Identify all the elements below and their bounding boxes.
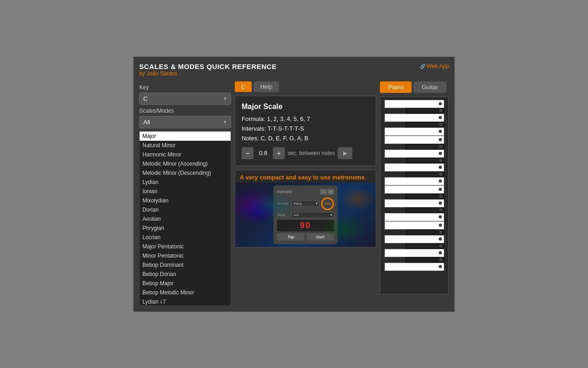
filter-select[interactable]: All Major Minor Modes Pentatonic Bebop O…	[139, 116, 231, 128]
piano-key-16[interactable]	[384, 213, 444, 221]
piano-key-4[interactable]	[384, 127, 444, 136]
scale-list-item-phrygian[interactable]: Phrygian	[140, 224, 231, 233]
piano-key-11[interactable]	[384, 177, 444, 185]
piano-key-5[interactable]	[384, 136, 444, 144]
piano-key-21[interactable]	[384, 249, 444, 257]
playback-controls: − 0.8 + sec. between notes ▶	[242, 147, 369, 159]
piano-key-dot-12	[439, 188, 442, 191]
scale-list-item-aeolian[interactable]: Aeolian	[140, 214, 231, 224]
piano-key-14[interactable]	[384, 199, 444, 207]
key-select-wrapper: C C#/Db D D#/Eb E F F#/Gb G G#/Ab A A#/B…	[139, 92, 231, 105]
scale-list-item-major[interactable]: Major	[140, 132, 231, 141]
scales-list: MajorNatural MinorHarmonic MinorMelodic …	[139, 131, 231, 306]
piano-key-12[interactable]	[384, 185, 444, 194]
piano-key-10[interactable]	[406, 172, 445, 177]
piano-key-23[interactable]	[384, 263, 444, 271]
piano-key-dot-20	[439, 244, 442, 247]
piano-key-17[interactable]	[384, 221, 444, 230]
scale-list-item-lydian-b7[interactable]: Lydian ♭7	[140, 297, 231, 306]
scale-list-item-melodic-minor-desc[interactable]: Melodic Minor (Descending)	[140, 168, 231, 178]
piano-key-7[interactable]	[384, 150, 444, 158]
piano-key-6[interactable]	[406, 144, 445, 150]
piano-key-2[interactable]	[384, 114, 444, 122]
scale-list-item-ionian[interactable]: Ionian	[140, 187, 231, 196]
scale-info-box: Major Scale Formula: 1, 2, 3, 4, 5, 6, 7…	[235, 96, 376, 166]
speed-minus-button[interactable]: −	[242, 147, 254, 159]
piano-key-dot-16	[439, 215, 442, 218]
scale-list-item-melodic-minor-asc[interactable]: Melodic Minor (Ascending)	[140, 159, 231, 168]
left-panel: Key C C#/Db D D#/Eb E F F#/Gb G G#/Ab A …	[139, 81, 231, 306]
center-panel: C Help Major Scale Formula: 1, 2, 3, 4, …	[235, 81, 376, 306]
piano-key-13[interactable]	[406, 194, 445, 199]
scale-name: Major Scale	[242, 103, 369, 111]
intervals-value: T-T-S-T-T-T-S	[267, 125, 304, 132]
key-select[interactable]: C C#/Db D D#/Eb E F F#/Gb G G#/Ab A A#/B…	[139, 92, 231, 105]
metronome-promo: A very compact and easy to use metronome…	[235, 170, 376, 247]
piano-key-dot-3	[439, 123, 442, 126]
piano-key-dot-23	[439, 265, 442, 268]
scale-list-item-bebop-melodic-minor[interactable]: Bebop Melodic Minor	[140, 288, 231, 297]
piano-key-dot-2	[439, 116, 442, 119]
web-app-link[interactable]: Web App	[420, 63, 449, 69]
scale-list-item-bebop-major[interactable]: Bebop Major	[140, 279, 231, 288]
right-panel: Piano Guitar	[380, 81, 449, 306]
piano-key-dot-11	[439, 179, 442, 183]
notes-row: Notes: C, D, E, F, G, A, B	[242, 135, 369, 142]
piano-key-0[interactable]	[384, 100, 444, 108]
piano-key-dot-14	[439, 201, 442, 205]
piano-tab-piano[interactable]: Piano	[380, 81, 412, 93]
promo-image: metrobit - × Sound Easy ▾	[235, 183, 376, 247]
piano-key-dot-5	[439, 138, 442, 141]
piano-key-3[interactable]	[406, 122, 445, 127]
piano-key-8[interactable]	[406, 158, 445, 163]
piano-visual	[384, 100, 444, 291]
tab-c[interactable]: C	[235, 81, 252, 92]
piano-tab-guitar[interactable]: Guitar	[413, 81, 446, 93]
header-left: SCALES & MODES QUICK REFERENCE by João S…	[139, 63, 277, 77]
piano-key-dot-9	[439, 166, 442, 169]
piano-container	[380, 97, 449, 294]
scale-list-item-harmonic-minor[interactable]: Harmonic Minor	[140, 150, 231, 159]
main-layout: Key C C#/Db D D#/Eb E F F#/Gb G G#/Ab A …	[139, 81, 449, 306]
app-header: SCALES & MODES QUICK REFERENCE by João S…	[139, 63, 449, 77]
piano-key-dot-22	[439, 258, 442, 261]
author-name: João Santos	[147, 70, 177, 77]
scale-list-item-major-pentatonic[interactable]: Major Pentatonic	[140, 242, 231, 251]
filter-select-wrapper: All Major Minor Modes Pentatonic Bebop O…	[139, 116, 231, 128]
piano-key-20[interactable]	[406, 243, 445, 249]
header-right: Web App	[420, 63, 449, 69]
scale-list-item-bebop-dominant[interactable]: Bebop Dominant	[140, 260, 231, 270]
scale-list-item-bebop-dorian[interactable]: Bebop Dorian	[140, 270, 231, 279]
speed-value: 0.8	[256, 150, 270, 156]
scales-label: Scales/Modes	[139, 108, 231, 114]
piano-key-dot-19	[439, 237, 442, 241]
piano-key-15[interactable]	[406, 207, 445, 213]
piano-key-9[interactable]	[384, 163, 444, 172]
piano-key-dot-15	[439, 208, 442, 212]
formula-row: Formula: 1, 2, 3, 4, 5, 6, 7	[242, 115, 369, 122]
piano-key-22[interactable]	[406, 257, 445, 263]
tab-help[interactable]: Help	[254, 81, 279, 92]
scale-list-item-locrian[interactable]: Locrian	[140, 233, 231, 242]
scale-list-item-dorian[interactable]: Dorian	[140, 205, 231, 214]
key-label: Key	[139, 84, 231, 91]
piano-key-dot-7	[439, 152, 442, 155]
notes-value: C, D, E, F, G, A, B	[260, 135, 308, 142]
piano-key-dot-8	[439, 159, 442, 162]
scale-list-item-lydian[interactable]: Lydian	[140, 178, 231, 187]
piano-key-19[interactable]	[384, 235, 444, 243]
scale-list-item-minor-pentatonic[interactable]: Minor Pentatonic	[140, 251, 231, 260]
scale-list-item-mixolydian[interactable]: Mixolydian	[140, 196, 231, 205]
by-label: by	[139, 70, 145, 77]
piano-key-18[interactable]	[406, 230, 445, 235]
promo-title: A very compact and easy to use metronome…	[240, 174, 371, 181]
promo-header: A very compact and easy to use metronome…	[235, 170, 376, 183]
piano-tab-bar: Piano Guitar	[380, 81, 449, 93]
scale-list-item-natural-minor[interactable]: Natural Minor	[140, 141, 231, 150]
speed-plus-button[interactable]: +	[273, 147, 285, 159]
intervals-row: Intervals: T-T-S-T-T-T-S	[242, 125, 369, 132]
piano-key-1[interactable]	[406, 108, 445, 114]
piano-key-dot-0	[439, 102, 442, 105]
app-title: SCALES & MODES QUICK REFERENCE	[139, 63, 277, 70]
play-button[interactable]: ▶	[338, 147, 352, 159]
